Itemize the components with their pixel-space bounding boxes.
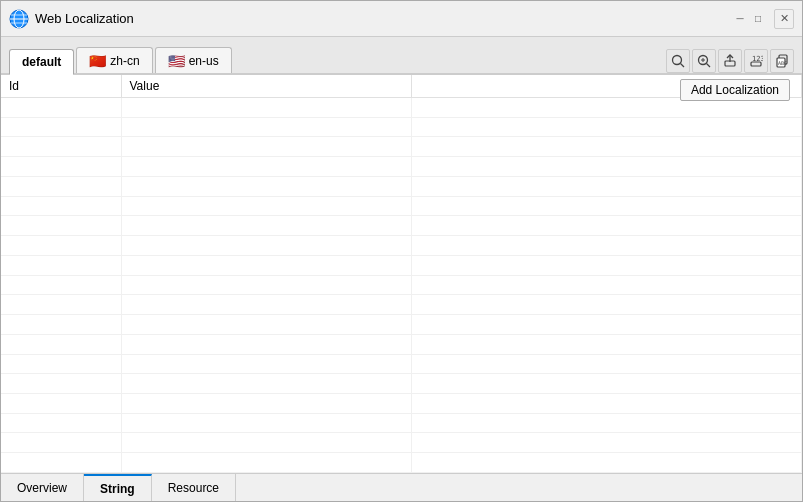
tab-en-us-label: en-us	[189, 54, 219, 68]
table-row	[1, 394, 802, 414]
table-row	[1, 433, 802, 453]
tab-default-label: default	[22, 55, 61, 69]
maximize-button[interactable]: □	[750, 11, 766, 27]
copy-icon-button[interactable]: ABC	[770, 49, 794, 73]
table-row	[1, 117, 802, 137]
svg-line-8	[707, 64, 711, 68]
tab-default[interactable]: default	[9, 49, 74, 75]
tab-en-us[interactable]: 🇺🇸 en-us	[155, 47, 232, 73]
col-header-id: Id	[1, 75, 121, 98]
table-row	[1, 176, 802, 196]
svg-text:ABC: ABC	[778, 60, 787, 66]
titlebar: Web Localization ─ □ ✕	[1, 1, 802, 37]
table-row	[1, 216, 802, 236]
table-row	[1, 354, 802, 374]
table-row	[1, 295, 802, 315]
table-row	[1, 137, 802, 157]
tab-en-us-flag: 🇺🇸	[168, 53, 185, 69]
window-title: Web Localization	[35, 11, 732, 26]
tab-zh-cn-flag: 🇨🇳	[89, 53, 106, 69]
table-row	[1, 334, 802, 354]
table-row	[1, 255, 802, 275]
table-row	[1, 157, 802, 177]
tab-zh-cn-label: zh-cn	[110, 54, 139, 68]
table-row	[1, 236, 802, 256]
statusbar-tab-overview[interactable]: Overview	[1, 474, 84, 501]
table-body	[1, 98, 802, 473]
statusbar-tab-string[interactable]: String	[84, 474, 152, 501]
svg-text:123: 123	[752, 55, 763, 63]
add-localization-button[interactable]: Add Localization	[680, 79, 790, 101]
import-icon-button[interactable]: 123	[744, 49, 768, 73]
search-icon-button[interactable]	[666, 49, 690, 73]
table-row	[1, 453, 802, 473]
tab-toolbar: 123 ABC	[666, 49, 794, 73]
main-window: Web Localization ─ □ ✕ default 🇨🇳 zh-cn …	[0, 0, 803, 502]
table-row	[1, 275, 802, 295]
svg-line-6	[681, 64, 685, 68]
table-row	[1, 315, 802, 335]
export-icon-button[interactable]	[718, 49, 742, 73]
svg-point-5	[673, 56, 682, 65]
window-controls: ─ □	[732, 11, 766, 27]
tabbar: default 🇨🇳 zh-cn 🇺🇸 en-us	[1, 37, 802, 75]
table-row	[1, 413, 802, 433]
main-content: Add Localization Id Value	[1, 75, 802, 473]
statusbar: Overview String Resource	[1, 473, 802, 501]
find-icon-button[interactable]	[692, 49, 716, 73]
window-icon	[9, 9, 29, 29]
col-header-value: Value	[121, 75, 411, 98]
minimize-button[interactable]: ─	[732, 11, 748, 27]
statusbar-tab-resource[interactable]: Resource	[152, 474, 236, 501]
table-row	[1, 196, 802, 216]
close-button[interactable]: ✕	[774, 9, 794, 29]
localization-table: Id Value	[1, 75, 802, 473]
table-row	[1, 374, 802, 394]
tab-zh-cn[interactable]: 🇨🇳 zh-cn	[76, 47, 152, 73]
